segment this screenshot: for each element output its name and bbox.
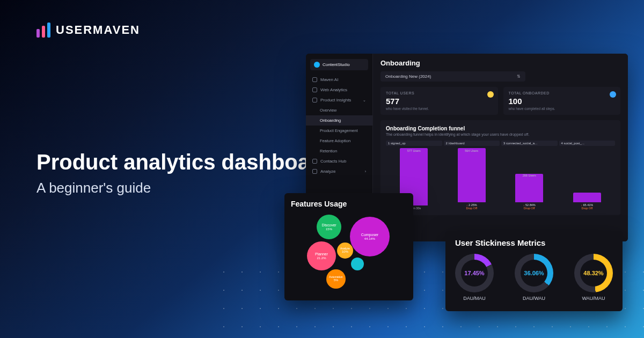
- nav-overview[interactable]: Overview: [306, 105, 372, 115]
- gauge-label: WAU/MAU: [582, 296, 605, 301]
- stat-total-users: TOTAL USERS 577 who have visited the fun…: [380, 87, 498, 115]
- gauge-dau-wau: 36.06% DAU/WAU: [515, 254, 553, 301]
- gauge-row: 17.45% DAU/MAU 36.06% DAU/WAU 48.32% WAU…: [455, 254, 613, 301]
- box-icon: [312, 98, 317, 102]
- users-icon: [487, 91, 494, 98]
- nav-maven-ai[interactable]: Maven AI: [306, 75, 372, 85]
- chevron-right-icon: ›: [365, 170, 366, 173]
- stat-sub: who have completed all steps.: [509, 107, 616, 111]
- nav-analyze[interactable]: Analyze›: [306, 166, 372, 177]
- stickiness-card: User Stickiness Metrics 17.45% DAU/MAU 3…: [445, 231, 623, 311]
- features-usage-card: Features Usage Discover 15% Composer 44.…: [284, 193, 413, 300]
- bar-users: 577 Users: [407, 149, 421, 152]
- hero-text: Product analytics dashboard A beginner's…: [36, 150, 331, 196]
- gauge-dau-mau: 17.45% DAU/MAU: [455, 254, 494, 301]
- bubble-analyze[interactable]: Analyze 10%: [337, 243, 353, 259]
- nav-label: Maven AI: [320, 77, 338, 82]
- bar-col: ↓ 65.41%Drop Off: [559, 148, 616, 210]
- stat-total-onboarded: TOTAL ONBOARDED 100 who have completed a…: [503, 87, 621, 115]
- funnel-desc: The onboarding funnel helps in identifyi…: [386, 133, 615, 136]
- stat-row: TOTAL USERS 577 who have visited the fun…: [380, 87, 620, 115]
- nav-label: Feature Adoption: [320, 138, 350, 143]
- bar-col: 564 Users ↓ 2.25%Drop Off: [444, 148, 500, 210]
- stat-value: 577: [386, 97, 493, 106]
- bar-drop: ↓ 52.84%Drop Off: [523, 203, 536, 210]
- gauge-value: 17.45%: [455, 254, 494, 292]
- bar-users: 564 Users: [465, 149, 478, 152]
- bubble-discover[interactable]: Discover 15%: [317, 215, 341, 239]
- bubble-small[interactable]: [351, 258, 364, 270]
- nav-contacts-hub[interactable]: Contacts Hub: [306, 156, 372, 166]
- funnel-steps: 1 signed_up 2 /dashboard 3 connected_soc…: [386, 141, 615, 146]
- nav-retention[interactable]: Retention: [306, 146, 372, 156]
- stat-label: TOTAL ONBOARDED: [509, 91, 616, 95]
- nav-product-insights[interactable]: Product Insights⌄: [306, 95, 372, 105]
- chevron-updown-icon: ⇅: [517, 74, 521, 79]
- chevron-down-icon: ⌄: [363, 98, 366, 102]
- workspace-icon: [314, 62, 320, 68]
- gauge-value: 48.32%: [574, 254, 613, 292]
- nav-label: Product Insights: [320, 98, 351, 102]
- bubble-planner[interactable]: Planner 21.2%: [307, 241, 336, 270]
- bubble-composer[interactable]: Composer 44.14%: [350, 217, 390, 256]
- funnel-step: 1 signed_up: [386, 141, 442, 146]
- nav-label: Contacts Hub: [320, 159, 346, 164]
- gauge-wau-mau: 48.32% WAU/MAU: [574, 254, 613, 301]
- users-icon: [312, 159, 317, 164]
- nav-label: Overview: [320, 108, 336, 113]
- sparkle-icon: [312, 77, 317, 82]
- nav-label: Onboarding: [320, 118, 341, 123]
- stat-value: 100: [509, 97, 616, 106]
- globe-icon: [312, 87, 317, 92]
- logo-icon: [36, 23, 50, 38]
- chart-icon: [312, 169, 317, 174]
- stickiness-title: User Stickiness Metrics: [455, 238, 613, 247]
- workspace-name: ContentStudio: [323, 62, 350, 67]
- gauge-value: 36.06%: [515, 254, 553, 292]
- funnel-card: Onboarding Completion funnel The onboard…: [380, 120, 620, 215]
- gauge-label: DAU/WAU: [523, 296, 545, 301]
- bubble-automation[interactable]: Automation 5%: [326, 269, 346, 289]
- brand-logo: USERMAVEN: [36, 23, 140, 38]
- bar-col: 266 Users ↓ 52.84%Drop Off: [501, 148, 558, 210]
- bubble-chart: Discover 15% Composer 44.14% Planner 21.…: [291, 211, 407, 295]
- funnel-bars: 577 Users ■ 13m 30s 564 Users ↓ 2.25%Dro…: [386, 148, 615, 210]
- funnel-selector[interactable]: Onboarding New (2024) ⇅: [380, 71, 525, 82]
- nav-product-engagement[interactable]: Product Engagement: [306, 126, 372, 136]
- stat-label: TOTAL USERS: [386, 91, 493, 95]
- nav-label: Web Analytics: [320, 87, 347, 92]
- hero-title: Product analytics dashboard: [36, 150, 331, 174]
- funnel-step: 4 social_post_...: [559, 141, 616, 146]
- funnel-step: 3 connected_social_a...: [501, 141, 558, 146]
- bar-drop: ↓ 65.41%Drop Off: [581, 203, 593, 210]
- page-title: Onboarding: [380, 59, 620, 67]
- check-icon: [610, 91, 616, 98]
- bar-drop: ↓ 2.25%Drop Off: [466, 203, 477, 210]
- nav-feature-adoption[interactable]: Feature Adoption: [306, 136, 372, 146]
- selector-value: Onboarding New (2024): [385, 74, 431, 79]
- brand-name: USERMAVEN: [56, 23, 140, 37]
- nav-label: Analyze: [320, 169, 335, 174]
- bar-users: 266 Users: [523, 174, 536, 177]
- stat-sub: who have visited the funnel.: [386, 107, 493, 111]
- funnel-step: 2 /dashboard: [444, 141, 500, 146]
- nav-onboarding[interactable]: Onboarding: [306, 115, 372, 126]
- nav-web-analytics[interactable]: Web Analytics: [306, 85, 372, 95]
- features-title: Features Usage: [291, 200, 407, 208]
- nav-label: Product Engagement: [320, 128, 357, 133]
- gauge-label: DAU/MAU: [463, 296, 486, 301]
- workspace-switcher[interactable]: ContentStudio: [310, 59, 368, 70]
- nav-label: Retention: [320, 149, 337, 153]
- funnel-title: Onboarding Completion funnel: [386, 126, 615, 131]
